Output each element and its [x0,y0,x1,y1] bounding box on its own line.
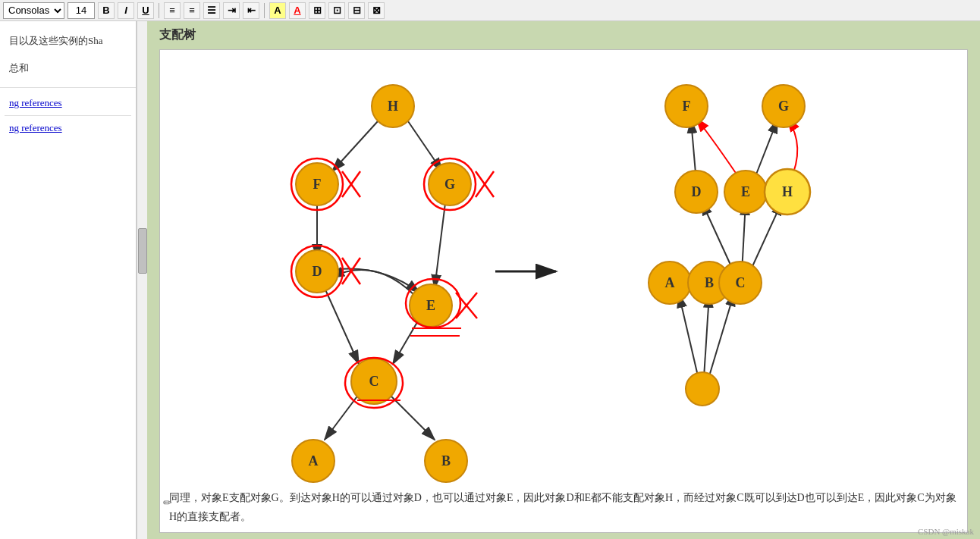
edge-G-E [435,197,446,288]
list-button[interactable]: ☰ [203,2,220,19]
outdent-button[interactable]: ⇤ [243,2,259,19]
label-E-right: E [741,184,750,199]
r-edge-root-A [679,294,699,379]
label-A-right: A [665,275,675,290]
align-left-button[interactable]: ≡ [164,2,181,19]
label-E-left: E [426,298,435,313]
font-size-input[interactable] [68,2,95,19]
separator-1 [159,3,159,18]
edit-icon[interactable]: ✏ [163,497,172,509]
separator-2 [264,3,265,18]
edge-D-C [325,288,359,364]
edge-E-C [393,318,419,364]
indent-button[interactable]: ⇥ [223,2,240,19]
toolbar: Consolas B I U ≡ ≡ ☰ ⇥ ⇤ A A ⊞ ⊡ ⊟ ⊠ [0,0,980,21]
label-D-right: D [692,184,702,199]
content-area: 支配树 [147,21,980,539]
sidebar-divider-1 [0,87,136,88]
underline-button[interactable]: U [137,2,154,19]
description-text: 同理，对象E支配对象G。到达对象H的可以通过对象D，也可以通过对象E，因此对象D… [169,488,958,526]
graphs-svg: H F G D E C A B [169,59,746,431]
format-btn2[interactable]: ⊡ [328,2,345,19]
sidebar-link-2[interactable]: ng references [5,119,131,137]
label-H-right: H [782,184,793,199]
sidebar-scrollbar[interactable] [137,21,147,539]
section-title: 支配树 [159,27,968,43]
edge-H-G [408,121,442,171]
document-panel: H F G D E C A B [159,49,968,533]
node-root-right [686,372,719,406]
label-B-right: B [705,275,714,290]
label-D-left: D [313,264,322,279]
italic-button[interactable]: I [118,2,134,19]
font-family-select[interactable]: Consolas [3,2,64,19]
label-F-left: F [313,177,322,192]
sidebar-divider-2 [5,115,131,116]
sidebar-text-2: 总和 [5,55,131,82]
format-btn3[interactable]: ⊟ [348,2,365,19]
label-H-left: H [388,99,398,114]
label-G-left: G [444,177,455,192]
label-G-right: G [778,99,789,114]
label-A-left: A [309,453,319,468]
label-B-left: B [441,453,451,468]
label-C-left: C [369,374,379,389]
font-color-button[interactable]: A [289,2,306,19]
watermark: CSDN @miskak [918,527,974,536]
sidebar-text-1: 目以及这些实例的Sha [5,27,131,55]
sidebar: 目以及这些实例的Sha 总和 ng references ng referenc… [0,21,137,539]
r-edge-root-B [704,294,709,378]
edge-H-F [332,121,378,171]
label-C-right: C [736,275,746,290]
sidebar-scroll-thumb [138,228,147,274]
format-btn4[interactable]: ⊠ [368,2,385,19]
bold-button[interactable]: B [98,2,115,19]
main-container: 目以及这些实例的Sha 总和 ng references ng referenc… [0,21,980,539]
highlight-button[interactable]: A [269,2,286,19]
sidebar-wrapper: 目以及这些实例的Sha 总和 ng references ng referenc… [0,21,136,539]
align-center-button[interactable]: ≡ [184,2,200,19]
format-btn1[interactable]: ⊞ [309,2,325,19]
r-edge-root-C [709,293,734,376]
label-F-right: F [683,99,691,114]
sidebar-link-1[interactable]: ng references [5,94,131,112]
